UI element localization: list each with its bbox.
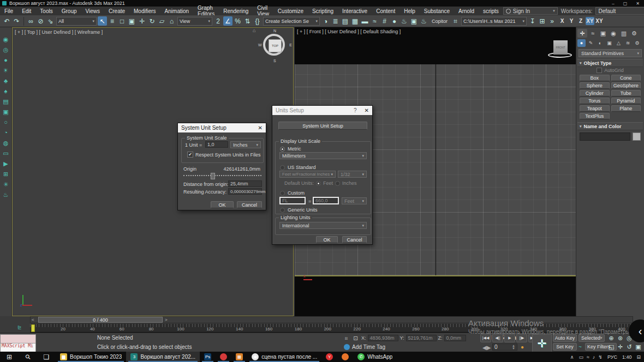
align-icon[interactable]: ≣ — [331, 16, 340, 26]
named-selection-set-dropdown[interactable]: Create Selection Se▾ — [263, 17, 320, 26]
go-start-icon[interactable]: |◀◀ — [480, 334, 491, 342]
menu-item[interactable]: Edit — [17, 8, 35, 14]
select-by-name-icon[interactable]: ≡ — [108, 16, 117, 26]
metric-units-dropdown[interactable]: Millimeters▾ — [279, 152, 367, 159]
lock-selection-icon[interactable]: ⊡ — [352, 335, 359, 342]
track-bar[interactable]: 2040608010012014016018020022024026028030… — [30, 324, 633, 333]
menu-item[interactable]: Tools — [35, 8, 57, 14]
particles-icon[interactable]: ✳ — [2, 180, 10, 189]
object-type-button[interactable]: Cylinder — [580, 90, 610, 96]
selection-region-icon[interactable]: ⌗ — [343, 335, 350, 342]
menu-item[interactable]: Interactive — [338, 8, 372, 14]
menu-item[interactable]: Group — [57, 8, 81, 14]
menu-item[interactable]: Modifiers — [129, 8, 160, 14]
3dsmax-app[interactable]: 3 Воркшоп август 202... — [126, 352, 200, 362]
zoom-all-icon[interactable]: ⊛ — [616, 334, 625, 342]
viewport-layout-icon[interactable]: ⌗ — [451, 16, 460, 26]
trees-icon[interactable]: ♣ — [2, 76, 10, 85]
render-setup-icon[interactable]: ♨ — [399, 16, 409, 26]
subtab-lights[interactable]: ◐ — [596, 39, 604, 47]
x-coordinate-field[interactable]: 4836,938m — [368, 335, 398, 341]
chrome-app[interactable]: ◉ сцена пустая после ... — [247, 352, 321, 362]
menu-item[interactable]: Views — [81, 8, 105, 14]
viewcube[interactable]: FRONT — [547, 39, 574, 64]
wifi-icon[interactable]: ≈ — [587, 354, 589, 360]
more-tools-icon[interactable]: » — [547, 16, 557, 26]
autogrid-checkbox[interactable]: AutoGrid — [576, 67, 644, 74]
crossing-icon[interactable]: ▣ — [127, 16, 136, 26]
metric-radio[interactable] — [280, 147, 285, 152]
mirror-icon[interactable]: ◑ — [321, 16, 330, 26]
photoshop-app[interactable]: Ps — [200, 352, 216, 362]
distance-input[interactable]: 25,4mm — [228, 180, 262, 187]
bulb-icon[interactable]: ◍ — [2, 138, 10, 147]
custom-unit-dropdown[interactable]: Feet▾ — [342, 197, 367, 204]
object-type-button[interactable]: Torus — [580, 98, 610, 104]
slider-handle[interactable] — [211, 173, 215, 179]
firefox-app[interactable] — [337, 352, 353, 362]
menu-item[interactable]: Animation — [160, 8, 193, 14]
camera-gear-icon[interactable]: ◎ — [2, 45, 10, 54]
category-dropdown[interactable]: Standard Primitives▾ — [579, 49, 642, 57]
unit-type-dropdown[interactable]: Inches▾ — [230, 141, 261, 148]
frame-marker[interactable] — [31, 324, 35, 332]
hidden-icons-chevron[interactable]: ∧ — [570, 354, 574, 360]
orbit-icon[interactable]: ↺ — [625, 343, 634, 352]
subtab-geometry[interactable]: ● — [577, 39, 586, 47]
tab-motion[interactable]: ◉ — [609, 29, 618, 38]
time-slider-grip[interactable]: 0 / 400 — [38, 317, 163, 323]
frame-step-icons[interactable]: ◀▶ — [482, 345, 491, 351]
close-icon[interactable]: ✕ — [365, 107, 369, 113]
key-mode-icon[interactable]: ● — [521, 344, 524, 350]
menu-item[interactable]: Help — [399, 8, 420, 14]
reference-coordinate-dropdown[interactable]: View▾ — [177, 17, 212, 26]
start-button[interactable]: ⊞ — [0, 352, 19, 362]
close-button[interactable]: ✕ — [636, 1, 640, 6]
lighting-units-dropdown[interactable]: International▾ — [279, 222, 367, 229]
subtab-helpers[interactable]: △ — [615, 39, 623, 47]
undo-icon[interactable]: ↶ — [2, 16, 11, 26]
next-frame-button[interactable]: > — [165, 317, 168, 322]
plane-icon[interactable]: ▭ — [2, 149, 10, 158]
notification-icon[interactable]: ⊟ — [636, 354, 641, 360]
tab-create[interactable]: ✛ — [577, 29, 587, 38]
accuracy-input[interactable]: 0,0000030279mm — [228, 188, 262, 195]
viewcube[interactable]: ⌂ TOP N S E W — [259, 30, 291, 62]
viewport-split-icon[interactable]: ⊞ — [2, 170, 10, 178]
axis-constraint-button[interactable]: XY — [595, 17, 604, 25]
sign-in-button[interactable]: Sign In ▾ — [503, 7, 558, 15]
axis-constraint-button[interactable]: X — [558, 17, 567, 25]
default-inches-radio[interactable] — [335, 181, 340, 186]
object-type-button[interactable]: Teapot — [580, 105, 610, 112]
torus-icon[interactable]: ○ — [2, 118, 10, 126]
schematic-view-icon[interactable]: # — [380, 16, 389, 26]
folder-app[interactable]: ▆ Воркшоп Токио 2023 — [56, 352, 126, 362]
object-type-button[interactable]: Pyramid — [611, 98, 641, 104]
ok-button[interactable]: OK — [211, 201, 234, 208]
selection-set-key-dropdown[interactable]: Selected▾ — [579, 334, 605, 342]
object-type-button[interactable]: Cone — [611, 75, 641, 81]
axis-constraint-button[interactable]: Z — [576, 17, 585, 25]
subtab-shapes[interactable]: ✎ — [587, 39, 595, 47]
auto-key-button[interactable]: Auto Key — [553, 334, 577, 342]
mini-curve-editor-icon[interactable]: ⊵ — [17, 324, 22, 330]
usb-icon[interactable]: ↯ — [598, 354, 603, 360]
whatsapp-app[interactable]: ✆ WhatsApp — [353, 352, 397, 362]
zoom-icon[interactable]: ⊕ — [607, 334, 616, 342]
yandex-app[interactable]: Y — [321, 352, 337, 362]
select-object-icon[interactable]: ↖ — [98, 16, 107, 26]
unit-value-input[interactable]: 1,0 — [205, 141, 228, 148]
project-folder-dropdown[interactable]: C:\Users\H..s Max 2021▾ — [461, 17, 527, 26]
lamp-icon[interactable]: ● — [2, 56, 10, 64]
axis-constraint-button[interactable]: Y — [567, 17, 576, 25]
scene-explorer-icon[interactable]: ▦ — [350, 16, 360, 26]
dialog-title-bar[interactable]: Units Setup ? ✕ — [272, 106, 372, 115]
custom-radio[interactable] — [280, 191, 285, 196]
snap-toggle-icon[interactable]: 2 — [213, 16, 223, 26]
next-frame-icon[interactable]: ||▶ — [516, 334, 527, 342]
object-type-rollout[interactable]: ▾ Object Type — [577, 59, 643, 67]
object-color-swatch[interactable] — [633, 132, 641, 141]
photo-icon[interactable]: ▣ — [2, 107, 10, 116]
axis-constraint-button[interactable]: XY — [586, 17, 594, 25]
sphere-rotate-icon[interactable]: ◔ — [2, 128, 10, 137]
